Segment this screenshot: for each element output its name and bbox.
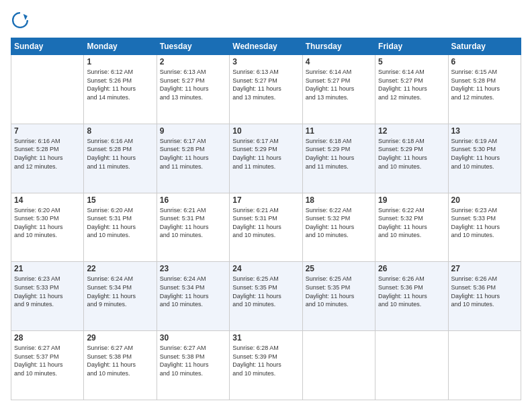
day-number: 14 [14,195,81,205]
day-number: 5 [378,57,445,66]
calendar-cell: 15Sunrise: 6:20 AM Sunset: 5:31 PM Dayli… [84,193,157,262]
logo-icon [11,11,30,30]
day-info: Sunrise: 6:27 AM Sunset: 5:38 PM Dayligh… [160,344,226,377]
day-info: Sunrise: 6:15 AM Sunset: 5:28 PM Dayligh… [451,68,518,101]
calendar-cell: 7Sunrise: 6:16 AM Sunset: 5:28 PM Daylig… [11,124,84,193]
day-info: Sunrise: 6:21 AM Sunset: 5:31 PM Dayligh… [232,206,299,240]
weekday-header: Monday [84,38,157,55]
day-info: Sunrise: 6:23 AM Sunset: 5:33 PM Dayligh… [14,275,81,308]
calendar-week-row: 28Sunrise: 6:27 AM Sunset: 5:37 PM Dayli… [11,331,521,400]
weekday-header: Tuesday [157,38,229,55]
weekday-header: Sunday [11,38,84,55]
day-info: Sunrise: 6:27 AM Sunset: 5:37 PM Dayligh… [14,344,81,377]
calendar-cell: 21Sunrise: 6:23 AM Sunset: 5:33 PM Dayli… [11,262,84,331]
calendar-cell [302,331,375,400]
day-number: 6 [451,57,518,66]
day-info: Sunrise: 6:26 AM Sunset: 5:36 PM Dayligh… [378,275,445,308]
weekday-header: Wednesday [230,38,302,55]
day-info: Sunrise: 6:26 AM Sunset: 5:36 PM Dayligh… [451,275,518,308]
calendar-cell: 13Sunrise: 6:19 AM Sunset: 5:30 PM Dayli… [448,124,521,193]
calendar-cell: 9Sunrise: 6:17 AM Sunset: 5:28 PM Daylig… [157,124,229,193]
day-info: Sunrise: 6:20 AM Sunset: 5:31 PM Dayligh… [87,206,153,240]
day-number: 17 [232,195,299,205]
calendar-week-row: 1Sunrise: 6:12 AM Sunset: 5:26 PM Daylig… [11,55,521,124]
day-number: 27 [451,264,518,273]
calendar-cell: 11Sunrise: 6:18 AM Sunset: 5:29 PM Dayli… [302,124,375,193]
calendar-cell: 23Sunrise: 6:24 AM Sunset: 5:34 PM Dayli… [157,262,229,331]
day-info: Sunrise: 6:14 AM Sunset: 5:27 PM Dayligh… [378,68,445,101]
calendar-cell: 14Sunrise: 6:20 AM Sunset: 5:30 PM Dayli… [11,193,84,262]
day-number: 2 [160,57,226,66]
day-number: 3 [232,57,299,66]
day-number: 26 [378,264,445,273]
day-number: 29 [87,333,153,342]
calendar-cell: 19Sunrise: 6:22 AM Sunset: 5:32 PM Dayli… [375,193,448,262]
calendar-cell: 6Sunrise: 6:15 AM Sunset: 5:28 PM Daylig… [448,55,521,124]
calendar-header-row: SundayMondayTuesdayWednesdayThursdayFrid… [11,38,521,55]
calendar-cell: 26Sunrise: 6:26 AM Sunset: 5:36 PM Dayli… [375,262,448,331]
day-info: Sunrise: 6:25 AM Sunset: 5:35 PM Dayligh… [232,275,299,308]
day-info: Sunrise: 6:24 AM Sunset: 5:34 PM Dayligh… [160,275,226,308]
day-info: Sunrise: 6:20 AM Sunset: 5:30 PM Dayligh… [14,206,81,240]
day-number: 12 [378,126,445,136]
calendar-cell: 20Sunrise: 6:23 AM Sunset: 5:33 PM Dayli… [448,193,521,262]
day-number: 9 [160,126,226,136]
day-info: Sunrise: 6:17 AM Sunset: 5:29 PM Dayligh… [232,137,299,171]
day-number: 31 [232,333,299,342]
day-info: Sunrise: 6:14 AM Sunset: 5:27 PM Dayligh… [306,68,372,101]
calendar-cell [11,55,84,124]
calendar-cell: 24Sunrise: 6:25 AM Sunset: 5:35 PM Dayli… [230,262,302,331]
calendar-cell: 31Sunrise: 6:28 AM Sunset: 5:39 PM Dayli… [230,331,302,400]
day-info: Sunrise: 6:18 AM Sunset: 5:29 PM Dayligh… [378,137,445,171]
calendar-cell: 4Sunrise: 6:14 AM Sunset: 5:27 PM Daylig… [302,55,375,124]
calendar-cell [375,331,448,400]
calendar-cell: 12Sunrise: 6:18 AM Sunset: 5:29 PM Dayli… [375,124,448,193]
day-info: Sunrise: 6:19 AM Sunset: 5:30 PM Dayligh… [451,137,518,171]
day-info: Sunrise: 6:22 AM Sunset: 5:32 PM Dayligh… [378,206,445,240]
day-info: Sunrise: 6:16 AM Sunset: 5:28 PM Dayligh… [87,137,153,171]
day-number: 7 [14,126,81,136]
day-number: 8 [87,126,153,136]
calendar-cell: 29Sunrise: 6:27 AM Sunset: 5:38 PM Dayli… [84,331,157,400]
day-number: 28 [14,333,81,342]
calendar-cell: 16Sunrise: 6:21 AM Sunset: 5:31 PM Dayli… [157,193,229,262]
day-number: 22 [87,264,153,273]
day-number: 13 [451,126,518,136]
day-number: 1 [87,57,153,66]
calendar-cell: 2Sunrise: 6:13 AM Sunset: 5:27 PM Daylig… [157,55,229,124]
day-number: 18 [306,195,372,205]
day-info: Sunrise: 6:28 AM Sunset: 5:39 PM Dayligh… [232,344,299,377]
header [11,11,521,30]
day-number: 15 [87,195,153,205]
calendar-cell: 30Sunrise: 6:27 AM Sunset: 5:38 PM Dayli… [157,331,229,400]
day-info: Sunrise: 6:22 AM Sunset: 5:32 PM Dayligh… [306,206,372,240]
calendar-cell: 10Sunrise: 6:17 AM Sunset: 5:29 PM Dayli… [230,124,302,193]
day-info: Sunrise: 6:23 AM Sunset: 5:33 PM Dayligh… [451,206,518,240]
day-info: Sunrise: 6:12 AM Sunset: 5:26 PM Dayligh… [87,68,153,101]
day-info: Sunrise: 6:16 AM Sunset: 5:28 PM Dayligh… [14,137,81,171]
calendar-week-row: 21Sunrise: 6:23 AM Sunset: 5:33 PM Dayli… [11,262,521,331]
calendar-cell: 18Sunrise: 6:22 AM Sunset: 5:32 PM Dayli… [302,193,375,262]
weekday-header: Saturday [448,38,521,55]
day-number: 21 [14,264,81,273]
logo [11,11,32,30]
day-number: 25 [306,264,372,273]
day-info: Sunrise: 6:24 AM Sunset: 5:34 PM Dayligh… [87,275,153,308]
day-info: Sunrise: 6:13 AM Sunset: 5:27 PM Dayligh… [160,68,226,101]
page: SundayMondayTuesdayWednesdayThursdayFrid… [0,0,532,411]
calendar-cell: 3Sunrise: 6:13 AM Sunset: 5:27 PM Daylig… [230,55,302,124]
calendar-cell: 22Sunrise: 6:24 AM Sunset: 5:34 PM Dayli… [84,262,157,331]
day-number: 24 [232,264,299,273]
calendar-cell: 8Sunrise: 6:16 AM Sunset: 5:28 PM Daylig… [84,124,157,193]
day-number: 16 [160,195,226,205]
day-info: Sunrise: 6:17 AM Sunset: 5:28 PM Dayligh… [160,137,226,171]
calendar-cell [448,331,521,400]
day-info: Sunrise: 6:27 AM Sunset: 5:38 PM Dayligh… [87,344,153,377]
weekday-header: Friday [375,38,448,55]
day-info: Sunrise: 6:25 AM Sunset: 5:35 PM Dayligh… [306,275,372,308]
day-info: Sunrise: 6:13 AM Sunset: 5:27 PM Dayligh… [232,68,299,101]
day-number: 11 [306,126,372,136]
day-number: 23 [160,264,226,273]
weekday-header: Thursday [302,38,375,55]
calendar-table: SundayMondayTuesdayWednesdayThursdayFrid… [11,38,521,400]
